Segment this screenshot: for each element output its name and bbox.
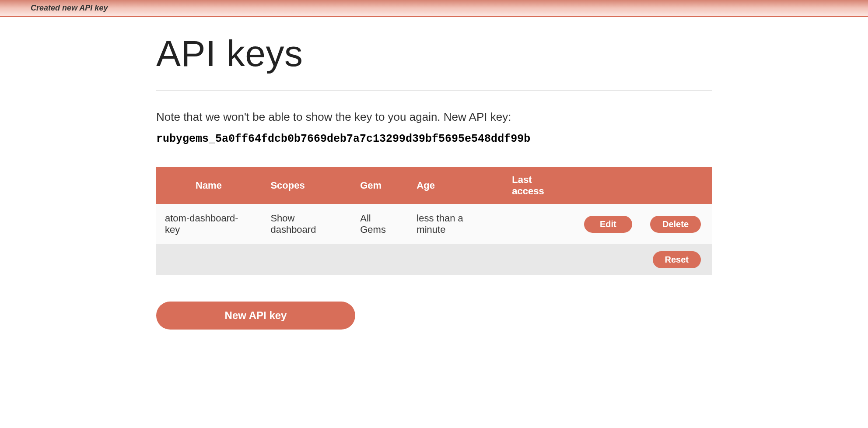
col-header-age: Age xyxy=(408,167,503,204)
cell-age: less than a minute xyxy=(408,204,503,244)
cell-scopes: Show dashboard xyxy=(262,204,351,244)
col-header-scopes: Scopes xyxy=(262,167,351,204)
cell-last-access xyxy=(503,204,575,244)
cell-gem: All Gems xyxy=(351,204,408,244)
table-row: atom-dashboard-key Show dashboard All Ge… xyxy=(156,204,712,244)
table-footer-row: Reset xyxy=(156,244,712,275)
cell-actions: Edit Delete xyxy=(575,204,712,244)
api-keys-table: Name Scopes Gem Age Last access atom-das… xyxy=(156,167,712,275)
api-key-value: rubygems_5a0ff64fdcb0b7669deb7a7c13299d3… xyxy=(156,133,712,145)
api-key-note: Note that we won't be able to show the k… xyxy=(156,110,712,124)
flash-message: Created new API key xyxy=(31,4,108,12)
edit-button[interactable]: Edit xyxy=(584,216,632,233)
cell-name: atom-dashboard-key xyxy=(156,204,262,244)
page-title: API keys xyxy=(156,32,712,75)
delete-button[interactable]: Delete xyxy=(650,216,701,233)
reset-button[interactable]: Reset xyxy=(653,251,701,268)
col-header-name: Name xyxy=(156,167,262,204)
table-header-row: Name Scopes Gem Age Last access xyxy=(156,167,712,204)
new-api-key-button[interactable]: New API key xyxy=(156,302,355,330)
col-header-gem: Gem xyxy=(351,167,408,204)
flash-banner: Created new API key xyxy=(0,0,868,17)
divider xyxy=(156,90,712,91)
col-header-last-access: Last access xyxy=(503,167,575,204)
col-header-actions xyxy=(575,167,712,204)
